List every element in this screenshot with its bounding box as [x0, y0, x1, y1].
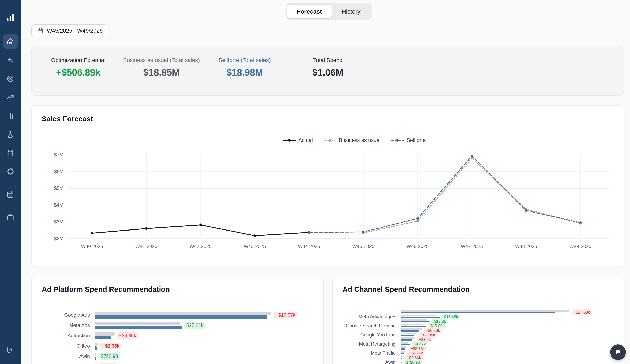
- recommended-spend-bar: [95, 357, 96, 360]
- bar-category-label: Meta Ads: [42, 320, 95, 330]
- recommended-spend-bar: [400, 330, 419, 332]
- bar-row: Google Search Generic$15.66k: [342, 323, 614, 328]
- stat-value: $18.85M: [120, 67, 203, 78]
- ad-channel-title: Ad Channel Spend Recommendation: [342, 285, 614, 294]
- logo-bars-icon: [6, 13, 15, 23]
- sidebar-item-planning[interactable]: [3, 187, 18, 202]
- bar-category-label: Google YouTube: [342, 332, 400, 337]
- stat-item: Sellforte (Total sales)$18.98M: [203, 57, 286, 78]
- bar-track: −$3.4k: [400, 337, 584, 342]
- bar-row: Meta Traffic−$4.24k: [342, 350, 614, 355]
- bar-track: −$4.24k: [400, 350, 584, 355]
- sidebar-item-insights[interactable]: [3, 52, 18, 68]
- bar-track: −$17.63k: [400, 310, 584, 314]
- app: Forecast History W45/2025 - W49/2025 Opt…: [0, 0, 630, 364]
- bar-row: −$6.36k: [342, 328, 614, 332]
- sparkles-icon: [6, 56, 14, 64]
- bar-category-label: Google Search Generic: [342, 323, 400, 328]
- current-spend-bar: [400, 328, 422, 330]
- chart-legend: ActualBusiness as usualSellforte: [68, 138, 630, 143]
- logout-button[interactable]: [3, 342, 18, 357]
- summary-stats: Optimization Potential+$506.89kBusiness …: [32, 46, 624, 96]
- sidebar-item-business[interactable]: [3, 210, 18, 225]
- bar-category-label: Google Ads: [42, 310, 95, 320]
- svg-text:W48-2025: W48-2025: [515, 244, 537, 249]
- sidebar-item-data[interactable]: [3, 146, 18, 160]
- bar-category-label: TikTok Ads: [42, 361, 95, 364]
- bar-track: $720.98: [400, 360, 584, 364]
- current-spend-bar: [95, 312, 271, 315]
- bar-row: Google Ads−$17.07k: [42, 310, 313, 320]
- database-icon: [6, 149, 14, 157]
- bar-category-label: Adtraction: [42, 330, 95, 340]
- current-spend-bar: [400, 315, 437, 316]
- bar-row: Criteo−$2.66k: [42, 340, 313, 351]
- recommended-spend-bar: [95, 315, 267, 318]
- current-spend-bar: [95, 353, 96, 356]
- ad-platform-title: Ad Platform Spend Recommendation: [42, 285, 313, 294]
- delta-badge: $25.21k: [184, 322, 206, 328]
- date-range-picker[interactable]: W45/2025 - W49/2025: [32, 24, 108, 37]
- topbar: Forecast History: [21, 0, 630, 23]
- sidebar-item-integrations[interactable]: [3, 164, 18, 179]
- sales-forecast-card: Sales Forecast ActualBusiness as usualSe…: [32, 105, 624, 267]
- svg-text:W45-2025: W45-2025: [352, 244, 374, 249]
- bar-track: $720.98: [95, 351, 281, 361]
- bar-row: Meta Advantage+$16.48k: [342, 314, 614, 319]
- sidebar-item-goals[interactable]: [3, 71, 18, 86]
- delta-badge: $720.98: [99, 353, 120, 360]
- tab-forecast[interactable]: Forecast: [287, 4, 331, 18]
- tab-history[interactable]: History: [332, 4, 370, 18]
- svg-text:W47-2025: W47-2025: [461, 244, 483, 249]
- legend-label: Actual: [298, 138, 313, 143]
- svg-text:W40-2025: W40-2025: [81, 244, 103, 249]
- current-spend-bar: [400, 342, 408, 344]
- sidebar-item-home[interactable]: [3, 34, 18, 49]
- date-range-label: W45/2025 - W49/2025: [47, 28, 103, 34]
- bar-category-label: [342, 310, 400, 314]
- chat-launcher-button[interactable]: [610, 344, 626, 360]
- bar-category-label: Awin: [42, 351, 95, 361]
- stat-value: $18.98M: [203, 67, 286, 78]
- recommended-spend-bar: [95, 346, 97, 350]
- bar-category-label: [342, 337, 400, 342]
- bar-category-label: Criteo: [42, 340, 95, 351]
- bar-track: $1.67k: [95, 361, 281, 364]
- bar-track: −$17.07k: [95, 310, 281, 320]
- bar-row: Adtraction−$6.36k: [42, 330, 313, 340]
- sales-forecast-chart: $2M$3M$4M$5M$6M$7MW40-2025W41-2025W42-20…: [42, 148, 614, 252]
- bar-track: $4.47k: [400, 342, 584, 346]
- sidebar-item-experiments[interactable]: [3, 127, 18, 142]
- flask-icon: [6, 130, 14, 139]
- puzzle-icon: [6, 168, 14, 176]
- delta-badge: $1.67k: [99, 363, 117, 364]
- bar-track: −$2.66k: [400, 355, 584, 360]
- sidebar-item-trends[interactable]: [3, 90, 18, 105]
- recommended-spend-bar: [95, 336, 110, 339]
- current-spend-bar: [400, 338, 415, 339]
- svg-text:$6M: $6M: [54, 169, 63, 174]
- bar-row: Meta Ads$25.21k: [42, 320, 313, 330]
- bar-row: Google YouTube−$6.95k: [342, 332, 614, 337]
- delta-badge: $720.98: [404, 359, 422, 364]
- svg-text:W42-2025: W42-2025: [190, 244, 212, 249]
- current-spend-bar: [95, 343, 98, 346]
- sidebar-item-reports[interactable]: [3, 108, 18, 123]
- recommended-spend-bar: [95, 326, 182, 329]
- delta-badge: −$6.36k: [117, 332, 138, 339]
- svg-text:$4M: $4M: [54, 202, 63, 208]
- legend-item-sellforte: Sellforte: [391, 138, 426, 143]
- delta-badge: −$2.66k: [100, 342, 122, 349]
- current-spend-bar: [400, 360, 401, 362]
- stat-item: Total Spend$1.06M: [286, 57, 369, 78]
- bar-track: −$6.36k: [95, 330, 281, 340]
- trending-up-icon: [6, 93, 14, 102]
- bar-category-label: Awin: [342, 360, 400, 364]
- bar-row: −$2.66k: [342, 355, 614, 360]
- legend-item-actual: Actual: [283, 138, 313, 143]
- briefcase-icon: [6, 213, 14, 222]
- bar-category-label: [342, 346, 400, 350]
- bar-category-label: [342, 328, 400, 332]
- ad-channel-chart: −$17.63kMeta Advantage+$16.48k$13.2kGoog…: [342, 310, 614, 364]
- svg-text:$3M: $3M: [54, 219, 63, 224]
